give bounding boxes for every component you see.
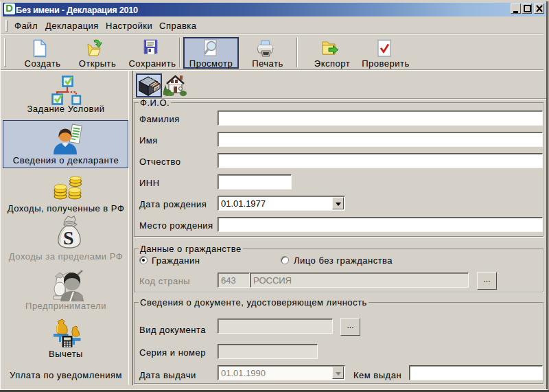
svg-text:S: S: [63, 227, 74, 249]
